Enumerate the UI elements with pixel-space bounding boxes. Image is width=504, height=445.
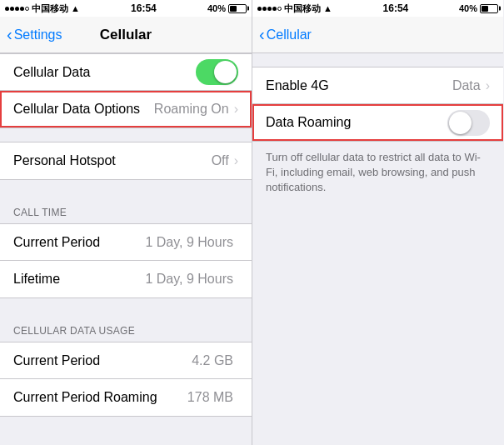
lifetime-call-label: Lifetime [13,272,145,287]
data-roaming-toggle[interactable] [447,110,490,136]
call-time-list: Current Period 1 Day, 9 Hours Lifetime 1… [0,223,252,298]
battery-icon-right [480,4,498,13]
cellular-data-options-label: Cellular Data Options [13,102,154,117]
enable-4g-label: Enable 4G [266,78,452,93]
roaming-description: Turn off cellular data to restrict all d… [252,142,503,209]
enable-4g-row[interactable]: Enable 4G Data › [252,68,503,104]
call-time-header: CALL TIME [0,193,252,223]
back-button-left[interactable]: ‹ Settings [7,27,62,42]
status-left: 中国移动 ▲ [5,2,80,15]
roaming-settings-list: Enable 4G Data › Data Roaming [252,67,503,142]
hotspot-group: Personal Hotspot Off › [0,142,252,180]
signal-icon [5,7,29,11]
battery-icon-left [228,4,247,13]
toggle-thumb [214,61,237,83]
status-right-left: 40% [207,3,247,13]
current-period-call-label: Current Period [13,235,145,250]
current-period-roaming-value: 178 MB [187,390,233,405]
use-cellular-header: USE CELLULAR DATA FOR: [0,430,252,445]
time-left: 16:54 [131,2,157,14]
current-period-roaming-row: Current Period Roaming 178 MB [0,379,252,416]
current-period-data-label: Current Period [13,353,192,368]
back-label-right: Cellular [267,28,312,42]
call-time-group: CALL TIME Current Period 1 Day, 9 Hours … [0,193,252,298]
back-chevron-left: ‹ [7,26,12,42]
data-roaming-label: Data Roaming [266,115,447,130]
cellular-data-options-value: Roaming On [154,102,229,117]
roaming-settings-group: Enable 4G Data › Data Roaming [252,67,503,142]
battery-percent-left: 40% [207,3,226,13]
hotspot-list: Personal Hotspot Off › [0,142,252,180]
carrier-right: 中国移动 [284,2,321,15]
main-settings-list: Cellular Data Cellular Data Options Roam… [0,53,252,128]
cellular-data-toggle[interactable] [196,59,238,85]
nav-title-left: Cellular [100,27,152,43]
nav-bar-left: ‹ Settings Cellular [0,17,252,53]
status-right-right: 40% [459,3,498,13]
personal-hotspot-row[interactable]: Personal Hotspot Off › [0,142,252,179]
lifetime-call-row: Lifetime 1 Day, 9 Hours [0,261,252,298]
right-panel: 中国移动 ▲ 16:54 40% ‹ Cellular [252,0,503,445]
signal-icon-right [257,7,282,11]
cellular-data-label: Cellular Data [13,65,196,80]
data-roaming-row[interactable]: Data Roaming [252,104,503,141]
data-roaming-toggle-thumb [449,112,472,134]
cellular-usage-group: CELLULAR DATA USAGE Current Period 4.2 G… [0,312,252,417]
personal-hotspot-label: Personal Hotspot [13,153,212,168]
status-bar-left: 中国移动 ▲ 16:54 40% [0,0,252,17]
status-left-right: 中国移动 ▲ [257,2,332,15]
personal-hotspot-value: Off [212,153,229,168]
current-period-data-value: 4.2 GB [192,353,233,368]
cellular-data-options-chevron: › [234,102,238,117]
left-panel: 中国移动 ▲ 16:54 40% ‹ Settings Cellular [0,0,252,445]
personal-hotspot-chevron: › [234,153,238,168]
enable-4g-value: Data [452,78,481,93]
current-period-call-value: 1 Day, 9 Hours [145,235,233,250]
current-period-call-row: Current Period 1 Day, 9 Hours [0,224,252,261]
cellular-data-options-row[interactable]: Cellular Data Options Roaming On › [0,91,252,128]
status-bar-right: 中国移动 ▲ 16:54 40% [252,0,503,17]
back-label-left: Settings [14,28,62,42]
wifi-icon-left: ▲ [71,3,80,13]
current-period-data-row: Current Period 4.2 GB [0,342,252,379]
cellular-data-row[interactable]: Cellular Data [0,54,252,91]
wifi-icon-right: ▲ [323,3,332,13]
time-right: 16:54 [383,2,409,14]
use-cellular-group: USE CELLULAR DATA FOR: [0,430,252,445]
content-right: Enable 4G Data › Data Roaming Turn off c… [252,53,503,445]
carrier-left: 中国移动 [32,2,68,15]
cellular-usage-header: CELLULAR DATA USAGE [0,312,252,342]
battery-percent-right: 40% [459,3,477,13]
current-period-roaming-label: Current Period Roaming [13,390,187,405]
back-button-right[interactable]: ‹ Cellular [259,27,312,42]
content-left: Cellular Data Cellular Data Options Roam… [0,53,252,445]
cellular-usage-list: Current Period 4.2 GB Current Period Roa… [0,342,252,417]
lifetime-call-value: 1 Day, 9 Hours [145,272,233,287]
enable-4g-chevron: › [486,78,490,93]
back-chevron-right: ‹ [259,26,265,42]
nav-bar-right: ‹ Cellular [252,17,503,53]
main-settings-group: Cellular Data Cellular Data Options Roam… [0,53,252,128]
